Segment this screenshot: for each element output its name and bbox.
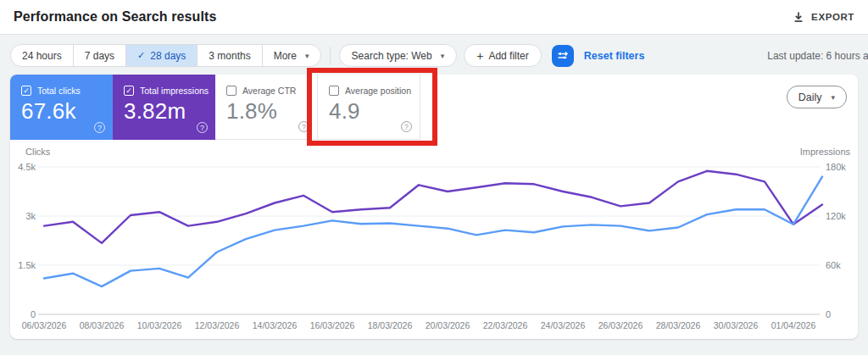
checkbox-checked-icon[interactable]: ✓ [124,86,134,96]
x-axis-date-label: 20/03/2026 [426,320,470,330]
left-axis-tick: 4.5k [18,162,36,172]
x-axis-date-label: 18/03/2026 [368,320,413,330]
toolbar-divider [330,47,331,65]
header-bar: Performance on Search results EXPORT [0,0,868,35]
chip-28-days-selected[interactable]: ✓ 28 days [126,45,198,66]
metric-value: 67.6k [10,98,113,125]
x-axis-date-label: 12/03/2026 [195,320,240,330]
chip-3-months[interactable]: 3 months [198,45,262,66]
chip-label: 7 days [85,50,114,62]
add-filter-label: Add filter [488,50,528,62]
x-axis-date-label: 08/03/2026 [80,320,125,330]
metric-label: Total impressions [140,86,209,96]
x-axis-date-label: 26/03/2026 [598,320,643,330]
check-icon: ✓ [137,50,145,61]
download-icon [793,11,804,23]
tune-icon [556,49,569,62]
search-type-dropdown[interactable]: Search type: Web ▾ [339,44,458,67]
filter-settings-button[interactable] [552,45,574,67]
granularity-dropdown[interactable]: Daily ▾ [787,86,847,108]
x-axis-date-label: 16/03/2026 [310,320,355,330]
filter-toolbar: 24 hours 7 days ✓ 28 days 3 months More … [10,44,868,67]
chip-more[interactable]: More ▾ [263,45,320,66]
chevron-down-icon: ▾ [831,93,835,102]
impressions-line [44,171,822,243]
x-axis-date-label: 01/04/2026 [771,320,816,330]
date-range-group: 24 hours 7 days ✓ 28 days 3 months More … [10,44,321,67]
x-axis-date-label: 22/03/2026 [483,320,528,330]
x-axis-date-label: 14/03/2026 [253,320,298,330]
chip-label: 28 days [150,50,186,62]
last-update-text: Last update: 6 hours ago [767,50,868,62]
right-axis-tick: 180k [826,162,846,172]
chip-label: More [274,50,297,62]
left-axis-tick: 0 [31,309,36,319]
chip-7-days[interactable]: 7 days [74,45,126,66]
plus-icon: + [476,49,483,63]
checkbox-checked-icon[interactable]: ✓ [21,86,31,96]
granularity-label: Daily [798,92,822,103]
right-axis-title: Impressions [800,147,851,157]
chip-24-hours[interactable]: 24 hours [11,45,74,66]
metric-value: 3.82m [113,98,215,125]
reset-filters-link[interactable]: Reset filters [584,50,645,62]
left-axis-title: Clicks [25,147,51,157]
export-label: EXPORT [811,12,854,22]
metric-card-average-ctr[interactable]: Average CTR 1.8% ? [215,75,318,140]
chevron-down-icon: ▾ [305,52,309,60]
metric-label: Average position [345,86,411,96]
help-icon[interactable]: ? [298,121,309,132]
right-axis-tick: 120k [826,211,846,221]
metric-card-average-position[interactable]: Average position 4.9 ? [318,75,420,140]
clicks-line [44,177,822,287]
checkbox-unchecked-icon[interactable] [329,86,339,96]
performance-card: ✓ Total clicks 67.6k ? ✓ Total impressio… [10,75,858,339]
chip-label: 24 hours [22,50,62,62]
x-axis-date-label: 06/03/2026 [22,320,67,330]
checkbox-unchecked-icon[interactable] [226,86,236,96]
add-filter-button[interactable]: + Add filter [464,44,542,67]
search-type-label: Search type: Web [352,50,432,62]
right-axis-tick: 0 [826,309,831,319]
help-icon[interactable]: ? [401,121,412,132]
chip-label: 3 months [209,50,250,62]
x-axis-date-label: 30/03/2026 [714,320,759,330]
metric-card-total-impressions[interactable]: ✓ Total impressions 3.82m ? [113,75,215,140]
x-axis-date-label: 24/03/2026 [541,320,586,330]
metric-label: Total clicks [37,86,81,96]
left-axis-tick: 1.5k [18,260,36,270]
x-axis-date-label: 10/03/2026 [137,320,182,330]
metric-label: Average CTR [242,86,296,96]
export-button[interactable]: EXPORT [793,11,854,23]
metric-card-total-clicks[interactable]: ✓ Total clicks 67.6k ? [10,75,113,140]
page-title: Performance on Search results [14,9,216,25]
metric-tabs: ✓ Total clicks 67.6k ? ✓ Total impressio… [10,75,858,140]
right-axis-tick: 60k [826,260,841,270]
left-axis-tick: 3k [25,211,36,221]
x-axis-date-label: 28/03/2026 [656,320,701,330]
help-icon[interactable]: ? [94,122,105,133]
chevron-down-icon: ▾ [441,52,445,60]
help-icon[interactable]: ? [197,122,208,133]
